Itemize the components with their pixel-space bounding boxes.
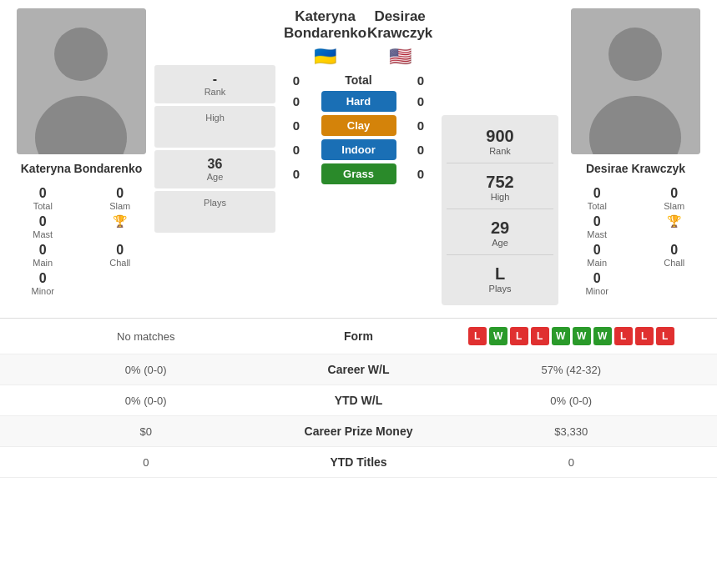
career-wl-left: 0% (0-0) — [17, 364, 275, 376]
ytd-titles-center: YTD Titles — [275, 455, 442, 469]
clay-badge: Clay — [321, 115, 396, 136]
ytd-titles-row: 0 YTD Titles 0 — [0, 447, 717, 478]
left-stat-main: 0 Main — [8, 243, 78, 268]
right-player-name: Desirae Krawczyk — [586, 161, 685, 176]
left-age-value: 36 — [159, 157, 271, 172]
left-stat-total: 0 Total — [8, 186, 78, 211]
indoor-left-score: 0 — [284, 143, 309, 157]
left-high-card: High — [154, 106, 275, 148]
surface-grass-row: 0 Grass 0 — [275, 162, 442, 186]
right-plays-value: L — [495, 264, 505, 284]
form-badge-0: L — [468, 327, 487, 345]
grass-left-score: 0 — [284, 167, 309, 181]
right-stat-minor: 0 Minor — [563, 271, 632, 296]
ytd-titles-left: 0 — [17, 456, 275, 469]
ytd-wl-left: 0% (0-0) — [17, 395, 275, 407]
right-player-avatar — [571, 8, 700, 154]
form-badge-3: L — [531, 327, 549, 345]
left-age-card: 36 Age — [154, 150, 275, 188]
form-right: L W L L W W W L L L — [442, 327, 701, 345]
clay-left-score: 0 — [284, 118, 309, 133]
right-high-value: 752 — [486, 173, 513, 192]
right-info-panel: 900 Rank 752 High 29 Age L Plays — [442, 65, 563, 305]
left-stat-slam: 0 Slam — [86, 186, 155, 211]
prize-money-left: $0 — [17, 425, 275, 438]
right-stat-main: 0 Main — [563, 243, 632, 268]
right-trophy-icon-cell: 🏆 — [640, 214, 709, 239]
left-title: Kateryna Bondarenko — [284, 8, 366, 43]
career-wl-right: 57% (42-32) — [442, 364, 701, 376]
ytd-titles-right: 0 — [442, 456, 701, 469]
svg-point-1 — [54, 28, 108, 81]
left-stats-grid: 0 Total 0 Slam 0 Mast 🏆 0 Main — [8, 186, 154, 296]
form-badge-7: L — [614, 327, 633, 345]
right-flag: 🇺🇸 — [366, 46, 433, 68]
right-age-value: 29 — [491, 219, 509, 238]
surface-clay-row: 0 Clay 0 — [275, 113, 442, 138]
left-info-panel: - Rank High 36 Age Plays — [154, 65, 275, 305]
form-badges: L W L L W W W L L L — [442, 327, 701, 345]
form-badge-6: W — [593, 327, 612, 345]
left-player-header: Kateryna Bondarenko 🇺🇦 — [284, 8, 366, 68]
clay-right-score: 0 — [408, 118, 433, 133]
form-badge-4: W — [552, 327, 570, 345]
left-player-section: Kateryna Bondarenko 0 Total 0 Slam 0 Mas… — [8, 8, 154, 305]
left-player-name: Kateryna Bondarenko — [21, 161, 142, 176]
hard-left-score: 0 — [284, 94, 309, 108]
right-title: Desirae Krawczyk — [366, 8, 433, 43]
right-plays-row: L Plays — [447, 258, 553, 300]
prize-money-row: $0 Career Prize Money $3,330 — [0, 416, 717, 447]
right-trophy-icon: 🏆 — [667, 214, 681, 228]
right-stat-mast: 0 Mast — [563, 214, 632, 239]
svg-point-4 — [608, 28, 662, 81]
right-rank-value: 900 — [486, 127, 513, 146]
right-stat-chall: 0 Chall — [640, 243, 709, 268]
form-row: No matches Form L W L L W W W L L L — [0, 319, 717, 354]
surface-hard-row: 0 Hard 0 — [275, 89, 442, 113]
form-center: Form — [275, 329, 442, 343]
left-trophy-icon: 🏆 — [113, 214, 127, 228]
left-flag: 🇺🇦 — [284, 46, 366, 68]
left-age-label: Age — [159, 172, 271, 182]
main-container: Kateryna Bondarenko 0 Total 0 Slam 0 Mas… — [0, 0, 717, 478]
right-high-row: 752 High — [447, 166, 553, 209]
right-stats-grid: 0 Total 0 Slam 0 Mast 🏆 0 Main — [563, 186, 709, 296]
left-stat-mast: 0 Mast — [8, 214, 78, 239]
left-trophy-icon-cell: 🏆 — [86, 214, 155, 239]
hard-right-score: 0 — [408, 94, 433, 108]
left-stat-minor: 0 Minor — [8, 271, 78, 296]
prize-money-center: Career Prize Money — [275, 425, 442, 438]
ytd-wl-right: 0% (0-0) — [442, 395, 701, 407]
right-age-label: Age — [492, 238, 508, 248]
grass-right-score: 0 — [408, 167, 433, 181]
right-rank-row: 900 Rank — [447, 120, 553, 163]
surface-total-row: 0 Total 0 — [275, 72, 442, 89]
indoor-badge: Indoor — [321, 139, 396, 160]
form-badge-9: L — [656, 327, 674, 345]
left-stat-chall: 0 Chall — [86, 243, 155, 268]
left-rank-card: - Rank — [154, 65, 275, 103]
right-player-header: Desirae Krawczyk 🇺🇸 — [366, 8, 433, 68]
ytd-wl-center: YTD W/L — [275, 394, 442, 407]
right-high-label: High — [491, 192, 510, 202]
career-wl-center: Career W/L — [275, 363, 442, 376]
indoor-right-score: 0 — [408, 143, 433, 157]
form-badge-2: L — [510, 327, 528, 345]
total-label: Total — [345, 73, 371, 87]
left-plays-label: Plays — [159, 198, 271, 208]
ytd-wl-row: 0% (0-0) YTD W/L 0% (0-0) — [0, 385, 717, 416]
left-plays-card: Plays — [154, 191, 275, 233]
hard-badge: Hard — [321, 91, 396, 112]
left-rank-label: Rank — [159, 87, 271, 97]
bottom-section: No matches Form L W L L W W W L L L — [0, 318, 717, 478]
right-info-cards: 900 Rank 752 High 29 Age L Plays — [442, 115, 558, 305]
right-stat-slam: 0 Slam — [640, 186, 709, 211]
career-wl-row: 0% (0-0) Career W/L 57% (42-32) — [0, 354, 717, 385]
right-player-section: Desirae Krawczyk 0 Total 0 Slam 0 Mast 🏆 — [563, 8, 709, 305]
right-age-row: 29 Age — [447, 212, 553, 255]
left-rank-value: - — [159, 72, 271, 87]
right-plays-label: Plays — [489, 284, 512, 294]
player-headers: Kateryna Bondarenko 🇺🇦 Desirae Krawczyk … — [275, 8, 442, 68]
total-left-score: 0 — [284, 73, 309, 88]
form-badge-1: W — [489, 327, 507, 345]
